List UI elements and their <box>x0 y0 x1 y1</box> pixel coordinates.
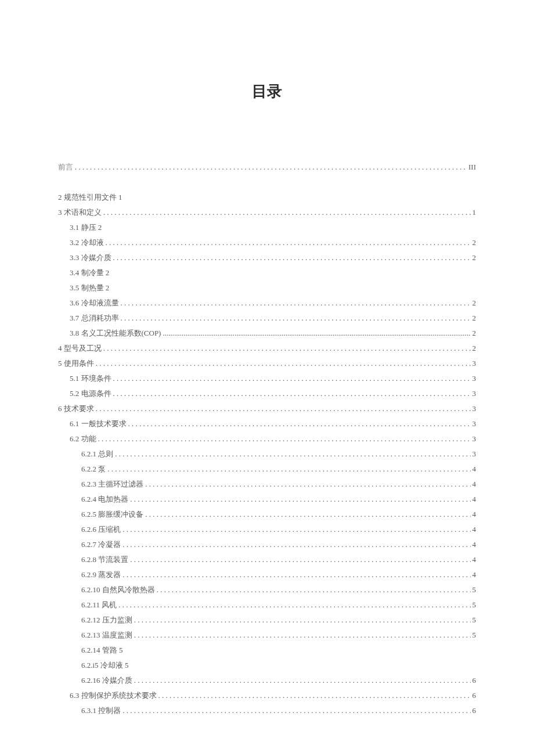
toc-entry: 3.2 冷却液2 <box>58 235 476 250</box>
toc-entry: 3 术语和定义1 <box>58 205 476 220</box>
toc-leader-dots <box>96 356 471 371</box>
toc-entry-page: 3 <box>472 371 477 386</box>
toc-entry-page: 2 <box>472 296 477 311</box>
toc-entry-page: 5 <box>472 582 477 597</box>
toc-entry-label: 6.2.16 冷媒介质 <box>81 673 132 688</box>
toc-entry-label: 3.1 静压 2 <box>70 220 102 235</box>
toc-leader-dots <box>113 250 471 265</box>
toc-entry: 4 型号及工况2 <box>58 341 476 356</box>
toc-entry-label: 5.2 电源条件 <box>70 386 111 401</box>
toc-entry-page: 4 <box>472 492 477 507</box>
toc-entry: 6.2.11 风机5 <box>58 597 476 613</box>
toc-entry-page: 3 <box>472 431 477 447</box>
toc-leader-dots <box>103 341 471 356</box>
toc-entry-label: 6.2.7 冷凝器 <box>81 537 121 552</box>
toc-leader-dots <box>75 160 467 175</box>
toc-entry-page: 4 <box>472 507 477 522</box>
toc-leader-dots <box>157 582 471 597</box>
toc-entry-label: 6.2.11 风机 <box>81 597 117 613</box>
toc-entry-page: 5 <box>472 613 477 628</box>
toc-entry-label: 6.2.i5 冷却液 5 <box>81 658 129 673</box>
toc-leader-dots <box>96 401 471 416</box>
toc-entry: 6.2.1 总则3 <box>58 447 476 462</box>
toc-leader-dots <box>103 205 471 220</box>
toc-leader-dots <box>121 311 471 326</box>
toc-leader-dots <box>121 296 471 311</box>
table-of-contents: 前言III2 规范性引用文件 13 术语和定义13.1 静压 23.2 冷却液2… <box>58 160 476 718</box>
toc-entry-page: 4 <box>472 537 477 552</box>
toc-entry: 6.2.16 冷媒介质6 <box>58 673 476 688</box>
toc-entry-label: 6.3 控制保护系统技术要求 <box>70 688 157 703</box>
toc-entry-page: 6 <box>472 673 477 688</box>
toc-entry: 6.3.1 控制器6 <box>58 703 476 718</box>
toc-entry-label: 6.2.13 温度监测 <box>81 628 132 643</box>
toc-entry: 3.5 制热量 2 <box>58 280 476 296</box>
toc-leader-dots <box>134 628 471 643</box>
toc-entry-label: 6.2.3 主循环过滤器 <box>81 477 143 492</box>
toc-entry-label: 6.2.5 膨胀缓冲设备 <box>81 507 143 522</box>
toc-entry: 前言III <box>58 160 476 175</box>
toc-entry: 6.2.6 压缩机4 <box>58 522 476 537</box>
toc-entry-page: 2 <box>472 341 477 356</box>
toc-entry-label: 6.2.4 电加热器 <box>81 492 128 507</box>
toc-leader-dots <box>98 431 471 447</box>
toc-entry-label: 6.2 功能 <box>70 431 96 447</box>
toc-entry: 6.2.5 膨胀缓冲设备4 <box>58 507 476 522</box>
toc-leader-dots <box>134 613 471 628</box>
toc-entry-label: 3.4 制冷量 2 <box>70 265 109 280</box>
toc-leader-dots <box>107 462 470 477</box>
toc-entry-label: 6.2.2 泵 <box>81 462 106 477</box>
toc-entry-page: 2 <box>472 250 477 265</box>
toc-entry-label: 6.1 一般技术要求 <box>70 416 127 431</box>
toc-leader-dots <box>163 326 470 341</box>
toc-leader-dots <box>113 386 471 401</box>
page-title: 目录 <box>58 81 476 102</box>
toc-entry: 6.1 一般技术要求3 <box>58 416 476 431</box>
toc-entry-label: 3.2 冷却液 <box>70 235 104 250</box>
toc-leader-dots <box>122 703 470 718</box>
toc-entry-page: 2 <box>472 235 477 250</box>
toc-entry-label: 6.2.1 总则 <box>81 447 113 462</box>
toc-entry: 6.2.9 蒸发器4 <box>58 567 476 582</box>
toc-entry: 3.1 静压 2 <box>58 220 476 235</box>
toc-entry-label: 3.5 制热量 2 <box>70 280 109 296</box>
toc-entry-label: 6.3.1 控制器 <box>81 703 121 718</box>
toc-entry: 3.8 名义工况性能系数(COP)2 <box>58 326 476 341</box>
toc-entry-page: III <box>468 160 476 175</box>
toc-entry: 5 使用条件3 <box>58 356 476 371</box>
toc-entry-label: 3.6 冷却液流量 <box>70 296 119 311</box>
toc-entry: 6.2.10 自然风冷散热器5 <box>58 582 476 597</box>
toc-entry-page: 3 <box>472 447 477 462</box>
toc-leader-dots <box>122 522 470 537</box>
toc-entry-page: 4 <box>472 552 477 567</box>
toc-entry-page: 4 <box>472 522 477 537</box>
toc-entry-label: 5.1 环境条件 <box>70 371 111 386</box>
toc-leader-dots <box>134 673 471 688</box>
toc-entry-page: 4 <box>472 567 477 582</box>
toc-entry-page: 3 <box>472 401 477 416</box>
toc-entry: 6.2.8 节流装置4 <box>58 552 476 567</box>
toc-entry-label: 5 使用条件 <box>58 356 94 371</box>
toc-leader-dots <box>106 235 471 250</box>
toc-leader-dots <box>130 552 470 567</box>
toc-leader-dots <box>145 507 470 522</box>
toc-entry: 3.6 冷却液流量2 <box>58 296 476 311</box>
toc-entry-label: 3.3 冷媒介质 <box>70 250 111 265</box>
toc-entry-page: 3 <box>472 356 477 371</box>
toc-entry: 2 规范性引用文件 1 <box>58 190 476 205</box>
toc-entry: 6.2.13 温度监测5 <box>58 628 476 643</box>
toc-entry-label: 3.7 总消耗功率 <box>70 311 119 326</box>
toc-entry-page: 2 <box>472 311 477 326</box>
toc-entry-label: 前言 <box>58 160 73 175</box>
toc-entry-page: 4 <box>472 477 477 492</box>
toc-entry: 6.2 功能3 <box>58 431 476 447</box>
toc-entry-page: 6 <box>472 703 477 718</box>
toc-leader-dots <box>115 447 470 462</box>
toc-entry-label: 4 型号及工况 <box>58 341 102 356</box>
toc-entry: 3.3 冷媒介质2 <box>58 250 476 265</box>
toc-leader-dots <box>128 416 471 431</box>
toc-entry-label: 6.2.14 管路 5 <box>81 643 123 658</box>
toc-entry-page: 3 <box>472 416 477 431</box>
toc-entry: 6.2.i5 冷却液 5 <box>58 658 476 673</box>
toc-leader-dots <box>122 537 470 552</box>
